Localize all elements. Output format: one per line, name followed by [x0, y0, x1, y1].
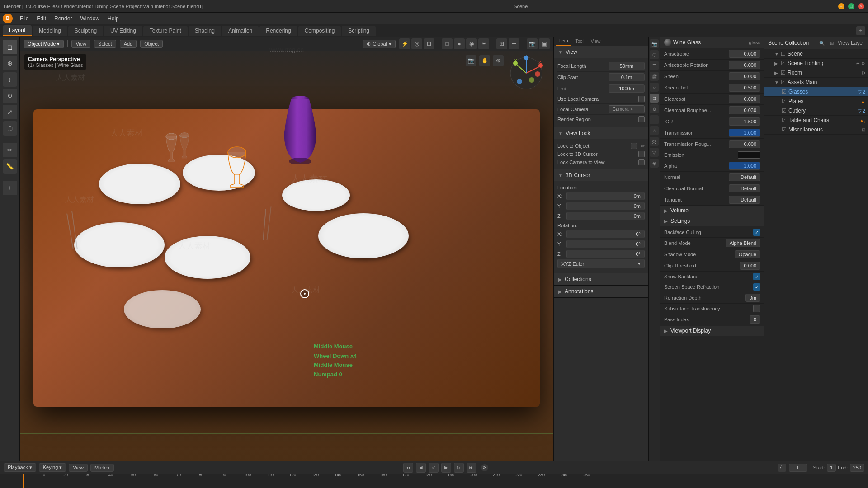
viewport-shading-solid[interactable]: ●: [454, 38, 465, 49]
pass-index-value[interactable]: 0: [750, 315, 760, 324]
backface-culling-toggle[interactable]: ✓: [753, 229, 760, 236]
prop-icon-view-layer[interactable]: ☰: [650, 61, 659, 70]
volume-header[interactable]: ▶ Volume: [660, 206, 764, 216]
viewport-shading-wireframe[interactable]: □: [442, 38, 453, 49]
screen-space-refraction-toggle[interactable]: ✓: [753, 283, 760, 291]
start-frame-value[interactable]: 1: [827, 464, 836, 472]
local-camera-value[interactable]: Camera ×: [609, 105, 645, 113]
viewport-hand-tool[interactable]: ✋: [479, 55, 490, 66]
view-lock-header[interactable]: ▼ View Lock: [554, 127, 648, 139]
play-reverse-button[interactable]: ◁: [429, 463, 439, 473]
scene-lighting-item[interactable]: ▶ ☑ Scene Lighting ☀ ⚙: [764, 59, 868, 68]
prop-icon-object[interactable]: □: [650, 94, 659, 103]
jump-to-end-button[interactable]: ⏭: [467, 463, 476, 473]
tab-view[interactable]: View: [587, 38, 604, 45]
emission-color-swatch[interactable]: [738, 151, 760, 159]
gizmo-toggle[interactable]: ✛: [509, 38, 519, 49]
collection-item[interactable]: ▼ ☐ Scene: [764, 49, 868, 59]
cursor-x-value[interactable]: 0m: [566, 192, 645, 200]
tool-add[interactable]: ＋: [3, 181, 17, 195]
add-workspace-button[interactable]: +: [856, 26, 865, 35]
viewport-camera-tool[interactable]: 📷: [466, 55, 476, 66]
table-chairs-item[interactable]: ☑ Table and Chairs ▲,: [764, 116, 868, 125]
tool-measure[interactable]: 📏: [3, 159, 17, 174]
render-region-checkbox[interactable]: [638, 116, 645, 122]
tab-shading[interactable]: Shading: [189, 26, 221, 36]
tab-uv-editing[interactable]: UV Editing: [104, 26, 142, 36]
anisotropic-rotation-value[interactable]: 0.000: [729, 61, 760, 69]
lock-camera-to-view-checkbox[interactable]: [638, 159, 645, 165]
camera-icon[interactable]: 📷: [527, 38, 538, 49]
show-backface-toggle[interactable]: ✓: [753, 273, 760, 280]
tab-animation[interactable]: Animation: [222, 26, 259, 36]
settings-header[interactable]: ▶ Settings: [660, 216, 764, 226]
object-menu[interactable]: Object: [140, 40, 163, 48]
tool-rotate[interactable]: ↻: [3, 89, 17, 103]
ior-value[interactable]: 1.500: [729, 117, 760, 126]
prop-icon-particles[interactable]: ∷: [650, 115, 659, 124]
menu-file[interactable]: File: [16, 14, 32, 23]
viewport-shading-rendered[interactable]: ☀: [478, 38, 489, 49]
annotations-header[interactable]: ▶ Annotations: [554, 286, 648, 297]
normal-value[interactable]: Default: [729, 173, 760, 181]
navigation-gizmo[interactable]: X Y Z: [508, 55, 544, 91]
prop-icon-scene[interactable]: 🎬: [650, 72, 659, 81]
viewport-display-header[interactable]: ▶ Viewport Display: [660, 326, 764, 336]
room-item[interactable]: ▶ ☑ Room ⚙: [764, 68, 868, 78]
cutlery-item[interactable]: ☑ Cutlery ▽ 2: [764, 106, 868, 116]
view-section-header[interactable]: ▼ View: [554, 46, 648, 58]
clearcoat-roughness-value[interactable]: 0.030: [729, 106, 760, 114]
blend-mode-value[interactable]: Alpha Blend: [726, 239, 760, 247]
tool-transform[interactable]: ⬡: [3, 121, 17, 136]
use-local-camera-checkbox[interactable]: [638, 96, 645, 102]
sheen-value[interactable]: 0.000: [729, 72, 760, 80]
prop-icon-data[interactable]: ▽: [650, 148, 659, 157]
menu-render[interactable]: Render: [51, 14, 75, 23]
lock-to-object-edit-icon[interactable]: ✏: [641, 143, 645, 149]
cursor-rz-value[interactable]: 0°: [566, 250, 645, 258]
scene-filter-icon[interactable]: ⊞: [828, 39, 836, 47]
sheen-tint-value[interactable]: 0.500: [729, 84, 760, 92]
cursor-rx-value[interactable]: 0°: [566, 230, 645, 238]
subsurface-translucency-toggle[interactable]: [753, 305, 760, 312]
tab-rendering[interactable]: Rendering: [259, 26, 297, 36]
cursor-z-value[interactable]: 0m: [566, 212, 645, 220]
jump-to-start-button[interactable]: ⏮: [403, 463, 413, 473]
clearcoat-normal-value[interactable]: Default: [729, 184, 760, 192]
anisotropic-value[interactable]: 0.000: [729, 50, 760, 58]
prop-icon-modifiers[interactable]: ⚙: [650, 104, 659, 113]
view-dropdown[interactable]: View: [69, 464, 88, 472]
menu-window[interactable]: Window: [76, 14, 103, 23]
viewport[interactable]: Object Mode ▾ View Select Add Object ⊕Gl…: [20, 37, 553, 461]
miscellaneous-item[interactable]: ☑ Miscellaneous ⊡: [764, 125, 868, 135]
loop-toggle[interactable]: ⟳: [481, 464, 488, 471]
proportional-edit-icon[interactable]: ◎: [411, 38, 422, 49]
tab-layout[interactable]: Layout: [3, 25, 32, 36]
scene-search-icon[interactable]: 🔍: [818, 39, 826, 47]
tab-texture-paint[interactable]: Texture Paint: [143, 26, 188, 36]
viewport-shading-material[interactable]: ◉: [466, 38, 477, 49]
tool-annotate[interactable]: ✏: [3, 143, 17, 157]
prop-icon-output[interactable]: ⬡: [650, 50, 659, 59]
transmission-roughness-value[interactable]: 0.000: [729, 140, 760, 148]
prev-keyframe-button[interactable]: ◀: [416, 463, 426, 473]
shadow-mode-value[interactable]: Opaque: [735, 250, 760, 258]
clip-start-value[interactable]: 0.1m: [609, 73, 645, 81]
minimize-button[interactable]: −: [838, 3, 844, 9]
transmission-value[interactable]: 1.000: [729, 129, 760, 137]
cursor-y-value[interactable]: 0m: [566, 202, 645, 210]
alpha-value[interactable]: 1.000: [729, 162, 760, 170]
view-menu[interactable]: View: [71, 40, 90, 48]
marker-dropdown[interactable]: Marker: [90, 464, 114, 472]
tab-modeling[interactable]: Modeling: [33, 26, 67, 36]
tab-scripting[interactable]: Scripting: [342, 26, 376, 36]
maximize-button[interactable]: □: [848, 3, 854, 9]
tangent-value[interactable]: Default: [729, 196, 760, 204]
menu-help[interactable]: Help: [104, 14, 123, 23]
lock-to-object-checkbox[interactable]: [631, 143, 637, 149]
overlay-toggle[interactable]: ⊞: [496, 38, 507, 49]
prop-icon-material[interactable]: ◉: [650, 159, 659, 168]
rotation-mode-dropdown[interactable]: XYZ Euler ▾: [557, 259, 645, 268]
focal-length-value[interactable]: 50mm: [609, 62, 645, 70]
collections-header[interactable]: ▶ Collections: [554, 273, 648, 285]
